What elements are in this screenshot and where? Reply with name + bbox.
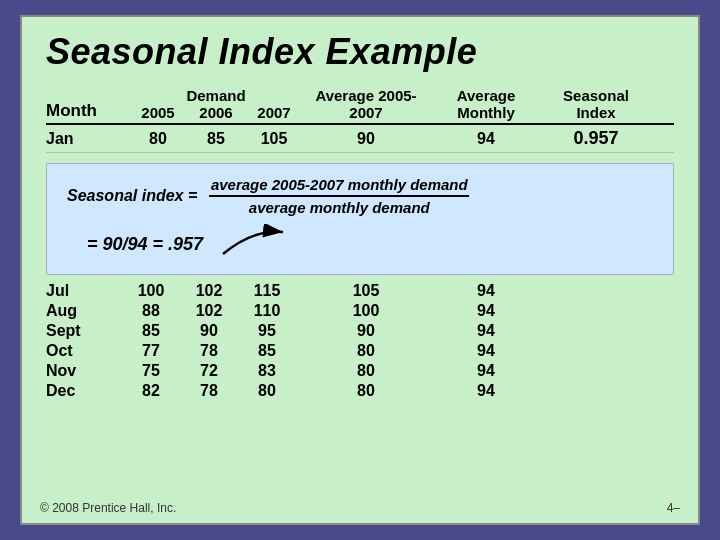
row-avgmon-5: 94 [426,382,546,400]
header-demand-label: Demand [186,87,245,104]
explanation-box: Seasonal index = average 2005-2007 month… [46,163,674,275]
row-years-0: 100 102 115 [126,282,306,300]
row-month-3: Oct [46,342,126,360]
jan-demand: 80 85 105 [126,130,306,148]
table-header: Month Demand 2005 2006 2007 Average 2005… [46,87,674,125]
row-avgmon-3: 94 [426,342,546,360]
row-month-2: Sept [46,322,126,340]
row-y2005-5: 82 [126,382,176,400]
row-y2006-1: 102 [184,302,234,320]
row-avg-1: 100 [306,302,426,320]
table-row: Sept 85 90 95 90 94 [46,321,674,341]
title-section: Seasonal Index Example [22,17,698,81]
row-y2006-0: 102 [184,282,234,300]
row-years-5: 82 78 80 [126,382,306,400]
copyright: © 2008 Prentice Hall, Inc. [40,501,176,515]
content-area: Month Demand 2005 2006 2007 Average 2005… [22,87,698,401]
row-avg-2: 90 [306,322,426,340]
row-avgmon-1: 94 [426,302,546,320]
row-avg-0: 105 [306,282,426,300]
row-y2007-5: 80 [242,382,292,400]
row-y2007-0: 115 [242,282,292,300]
row-years-4: 75 72 83 [126,362,306,380]
formula-fraction: average 2005-2007 monthly demand average… [209,176,469,216]
header-year1: 2005 [133,104,183,121]
header-avg: Average 2005-2007 [306,87,426,121]
header-month: Month [46,101,126,121]
row-avgmon-4: 94 [426,362,546,380]
footer: © 2008 Prentice Hall, Inc. 4– [40,501,680,515]
row-avg-4: 80 [306,362,426,380]
jan-y2006: 85 [191,130,241,148]
row-years-2: 85 90 95 [126,322,306,340]
formula-label: Seasonal index = [67,187,197,205]
jan-avg: 90 [306,130,426,148]
table-row: Jul 100 102 115 105 94 [46,281,674,301]
row-y2006-4: 72 [184,362,234,380]
header-year3: 2007 [249,104,299,121]
fraction-line [209,195,469,197]
jan-y2005: 80 [133,130,183,148]
formula-result: = 90/94 = .957 [67,224,653,264]
row-y2005-1: 88 [126,302,176,320]
table-row: Oct 77 78 85 80 94 [46,341,674,361]
row-y2005-0: 100 [126,282,176,300]
row-month-1: Aug [46,302,126,320]
row-y2007-3: 85 [242,342,292,360]
jan-month: Jan [46,130,126,148]
row-y2006-5: 78 [184,382,234,400]
jan-y2007: 105 [249,130,299,148]
row-y2007-1: 110 [242,302,292,320]
page-number: 4– [667,501,680,515]
row-month-4: Nov [46,362,126,380]
formula-numerator: average 2005-2007 monthly demand [211,176,468,193]
jan-avg-monthly: 94 [426,130,546,148]
row-y2006-2: 90 [184,322,234,340]
header-demand-group: Demand 2005 2006 2007 [126,87,306,121]
header-seasonal: Seasonal Index [546,87,646,121]
row-years-1: 88 102 110 [126,302,306,320]
row-avg-3: 80 [306,342,426,360]
row-month-5: Dec [46,382,126,400]
jan-row: Jan 80 85 105 90 94 0.957 [46,125,674,153]
formula-denominator: average monthly demand [249,199,430,216]
row-y2007-4: 83 [242,362,292,380]
table-section: Month Demand 2005 2006 2007 Average 2005… [46,87,674,153]
bottom-rows: Jul 100 102 115 105 94 Aug 88 102 110 10… [46,281,674,401]
formula-line: Seasonal index = average 2005-2007 month… [67,176,653,216]
header-demand-years: 2005 2006 2007 [133,104,299,121]
row-years-3: 77 78 85 [126,342,306,360]
formula-result-text: = 90/94 = .957 [87,234,203,255]
jan-years: 80 85 105 [133,130,299,148]
row-avgmon-0: 94 [426,282,546,300]
row-y2007-2: 95 [242,322,292,340]
page-title: Seasonal Index Example [46,31,674,73]
header-avg-monthly: Average Monthly [426,87,546,121]
arrow-icon [213,224,293,264]
table-row: Dec 82 78 80 80 94 [46,381,674,401]
jan-seasonal: 0.957 [546,128,646,149]
table-row: Nov 75 72 83 80 94 [46,361,674,381]
row-avg-5: 80 [306,382,426,400]
row-y2005-3: 77 [126,342,176,360]
header-year2: 2006 [191,104,241,121]
row-avgmon-2: 94 [426,322,546,340]
row-y2006-3: 78 [184,342,234,360]
row-y2005-2: 85 [126,322,176,340]
row-y2005-4: 75 [126,362,176,380]
row-month-0: Jul [46,282,126,300]
table-row: Aug 88 102 110 100 94 [46,301,674,321]
slide: Seasonal Index Example Month Demand 2005… [20,15,700,525]
